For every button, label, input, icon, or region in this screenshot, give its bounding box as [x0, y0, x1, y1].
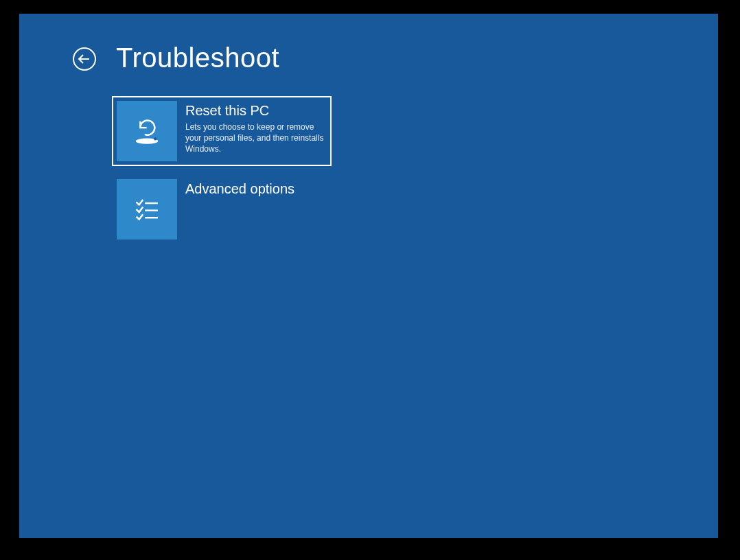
back-button[interactable]	[72, 47, 97, 71]
tile-reset-this-pc[interactable]: Reset this PC Lets you choose to keep or…	[112, 96, 332, 166]
reset-icon	[117, 101, 177, 161]
svg-point-3	[154, 137, 157, 140]
back-arrow-icon	[72, 47, 97, 71]
tile-text: Reset this PC Lets you choose to keep or…	[185, 101, 327, 155]
tile-title: Advanced options	[185, 180, 327, 197]
tile-description: Lets you choose to keep or remove your p…	[185, 121, 327, 155]
tile-advanced-options[interactable]: Advanced options	[112, 174, 332, 244]
page-title: Troubleshoot	[116, 44, 279, 71]
options-list: Reset this PC Lets you choose to keep or…	[112, 96, 332, 253]
header: Troubleshoot	[72, 44, 279, 71]
tile-title: Reset this PC	[185, 102, 327, 119]
tile-text: Advanced options	[185, 179, 327, 200]
recovery-screen: Troubleshoot Reset this PC Lets you choo…	[19, 14, 718, 538]
checklist-icon	[117, 179, 177, 240]
